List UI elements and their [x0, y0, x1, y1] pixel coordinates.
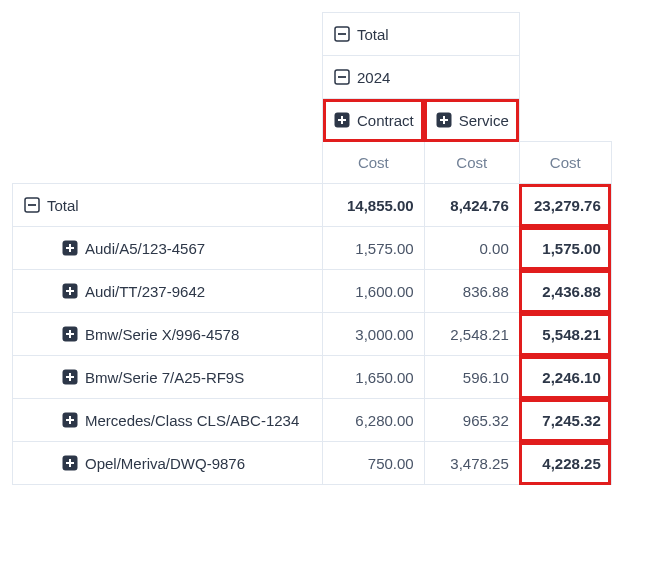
cell-value-total: 23,279.76 [520, 185, 611, 226]
cell-value: 836.88 [425, 271, 519, 312]
col-header-contract[interactable]: Contract [323, 99, 424, 141]
cell-value: 3,000.00 [323, 314, 424, 355]
col-header-total[interactable]: Total [323, 13, 519, 55]
row-header-item[interactable]: Opel/Meriva/DWQ-9876 [13, 442, 322, 484]
plus-square-icon [61, 454, 79, 472]
plus-square-icon [333, 111, 351, 129]
cell-value: 14,855.00 [323, 185, 424, 226]
plus-square-icon [435, 111, 453, 129]
col-header-year[interactable]: 2024 [323, 56, 519, 98]
measure-header-total: Cost [520, 142, 611, 183]
cell-value-total: 5,548.21 [520, 314, 611, 355]
table-row-total: Total 14,855.00 8,424.76 23,279.76 [13, 184, 612, 227]
minus-square-icon [23, 196, 41, 214]
cell-value: 1,575.00 [323, 228, 424, 269]
cell-value-total: 7,245.32 [520, 400, 611, 441]
cell-value: 965.32 [425, 400, 519, 441]
row-header-item[interactable]: Audi/A5/123-4567 [13, 227, 322, 269]
row-header-item[interactable]: Audi/TT/237-9642 [13, 270, 322, 312]
table-row: Audi/A5/123-4567 1,575.00 0.00 1,575.00 [13, 227, 612, 270]
table-row: Bmw/Serie X/996-4578 3,000.00 2,548.21 5… [13, 313, 612, 356]
table-row: Bmw/Serie 7/A25-RF9S 1,650.00 596.10 2,2… [13, 356, 612, 399]
row-label: Bmw/Serie X/996-4578 [85, 326, 239, 343]
table-row: Mercedes/Class CLS/ABC-1234 6,280.00 965… [13, 399, 612, 442]
cell-value: 6,280.00 [323, 400, 424, 441]
row-label: Audi/A5/123-4567 [85, 240, 205, 257]
pivot-table: Total 2024 Contract Service [12, 12, 612, 485]
row-header-item[interactable]: Mercedes/Class CLS/ABC-1234 [13, 399, 322, 441]
cell-value-total: 2,246.10 [520, 357, 611, 398]
cell-value-total: 2,436.88 [520, 271, 611, 312]
cell-value: 750.00 [323, 443, 424, 484]
plus-square-icon [61, 282, 79, 300]
row-label: Bmw/Serie 7/A25-RF9S [85, 369, 244, 386]
row-label: Opel/Meriva/DWQ-9876 [85, 455, 245, 472]
col-header-contract-label: Contract [357, 112, 414, 129]
cell-value: 1,650.00 [323, 357, 424, 398]
cell-value: 8,424.76 [425, 185, 519, 226]
plus-square-icon [61, 411, 79, 429]
cell-value: 1,600.00 [323, 271, 424, 312]
minus-square-icon [333, 25, 351, 43]
col-header-service[interactable]: Service [425, 99, 519, 141]
cell-value: 2,548.21 [425, 314, 519, 355]
row-label: Mercedes/Class CLS/ABC-1234 [85, 412, 299, 429]
row-label: Audi/TT/237-9642 [85, 283, 205, 300]
row-header-item[interactable]: Bmw/Serie 7/A25-RF9S [13, 356, 322, 398]
plus-square-icon [61, 325, 79, 343]
col-header-total-label: Total [357, 26, 389, 43]
table-row: Opel/Meriva/DWQ-9876 750.00 3,478.25 4,2… [13, 442, 612, 485]
cell-value: 0.00 [425, 228, 519, 269]
cell-value-total: 1,575.00 [520, 228, 611, 269]
table-row: Audi/TT/237-9642 1,600.00 836.88 2,436.8… [13, 270, 612, 313]
cell-value-total: 4,228.25 [520, 443, 611, 484]
plus-square-icon [61, 368, 79, 386]
col-header-service-label: Service [459, 112, 509, 129]
measure-header-service: Cost [425, 142, 519, 183]
row-label: Total [47, 197, 79, 214]
cell-value: 596.10 [425, 357, 519, 398]
row-header-item[interactable]: Bmw/Serie X/996-4578 [13, 313, 322, 355]
row-header-total[interactable]: Total [13, 184, 322, 226]
plus-square-icon [61, 239, 79, 257]
measure-header-contract: Cost [323, 142, 424, 183]
minus-square-icon [333, 68, 351, 86]
cell-value: 3,478.25 [425, 443, 519, 484]
col-header-year-label: 2024 [357, 69, 390, 86]
